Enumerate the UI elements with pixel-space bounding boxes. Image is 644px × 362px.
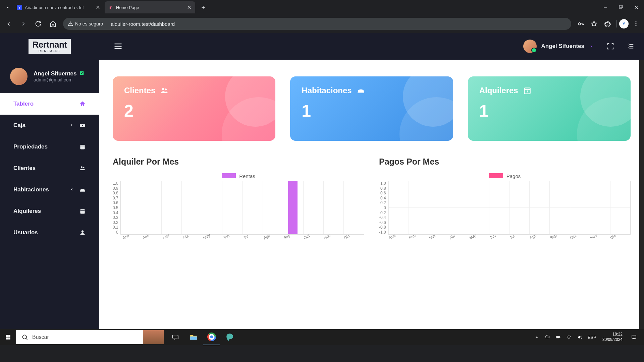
svg-point-11	[83, 167, 84, 168]
warning-icon	[68, 21, 73, 26]
nav: Tablero Caja Propiedades Clientes Habita…	[0, 93, 99, 243]
legend-label: Rentas	[239, 173, 255, 179]
main-content: Clientes 2 Habitaciones 1 Alquileres 1	[99, 33, 644, 329]
browser-chrome: Y Añadir una nueva entrada ‹ Inf ◧ Home …	[0, 0, 644, 33]
legend-label: Pagos	[506, 173, 521, 179]
taskbar-search[interactable]: Buscar	[16, 330, 143, 344]
wifi-icon[interactable]	[564, 329, 574, 345]
calendar-icon	[79, 143, 86, 150]
menu-button[interactable]	[630, 18, 642, 30]
card-habitaciones[interactable]: Habitaciones 1	[290, 76, 453, 141]
datetime[interactable]: 18:22 30/09/2024	[599, 332, 626, 342]
language-indicator[interactable]: ESP	[585, 329, 599, 345]
home-button[interactable]	[46, 17, 60, 31]
security-label: No es seguro	[75, 21, 103, 26]
sidebar-item-usuarios[interactable]: Usuarios	[0, 222, 99, 243]
hamburger-menu-button[interactable]	[111, 40, 125, 53]
stat-cards: Clientes 2 Habitaciones 1 Alquileres 1	[113, 76, 631, 141]
svg-rect-25	[556, 337, 559, 338]
logo[interactable]: Rertnant RENTMENT	[0, 39, 99, 54]
search-placeholder: Buscar	[32, 334, 49, 340]
y-tick-label: -0.4	[379, 215, 386, 220]
bookmark-icon[interactable]	[588, 18, 600, 30]
chart-legend: Pagos	[379, 173, 631, 179]
sidebar-item-label: Usuarios	[13, 229, 74, 236]
svg-rect-9	[80, 145, 85, 149]
forward-button[interactable]	[17, 17, 30, 31]
y-tick-label: -1.0	[379, 230, 386, 235]
address-bar: No es seguro alquiler-room.test/dashboar…	[0, 15, 644, 33]
plot-area	[388, 181, 631, 235]
fullscreen-button[interactable]	[604, 40, 617, 53]
favicon-icon: Y	[17, 5, 22, 10]
list-settings-button[interactable]	[624, 40, 637, 53]
url-text: alquiler-room.test/dashboard	[111, 21, 567, 27]
close-icon[interactable]	[95, 5, 101, 10]
card-alquileres[interactable]: Alquileres 1	[468, 76, 631, 141]
user-profile[interactable]: Angel Sifuentes admin@gmail.com	[0, 60, 99, 93]
card-title: Alquileres	[479, 86, 518, 95]
close-icon[interactable]	[186, 5, 192, 10]
time: 18:22	[612, 332, 623, 337]
start-button[interactable]	[0, 329, 16, 345]
notifications-button[interactable]	[626, 334, 642, 340]
app-button[interactable]	[221, 329, 238, 345]
sidebar-item-label: Alquileres	[13, 208, 74, 215]
svg-rect-27	[632, 335, 636, 339]
url-bar[interactable]: No es seguro alquiler-room.test/dashboar…	[63, 18, 571, 30]
file-explorer-button[interactable]	[185, 329, 202, 345]
y-tick-label: -0.2	[379, 210, 386, 215]
user-name: Angel Sifuentes	[34, 70, 76, 77]
tray-expand-button[interactable]	[531, 329, 542, 345]
y-tick-label: 0	[379, 205, 386, 210]
profile-avatar[interactable]: Y	[619, 19, 629, 28]
y-tick-label: 0.8	[113, 191, 118, 195]
battery-icon[interactable]	[553, 329, 564, 345]
sidebar-item-propiedades[interactable]: Propiedades	[0, 136, 99, 158]
close-window-button[interactable]	[629, 0, 644, 15]
back-button[interactable]	[2, 17, 15, 31]
y-tick-label: 0.2	[379, 200, 386, 205]
user-name: Angel Sifuentes	[541, 43, 584, 50]
user-menu[interactable]: Angel Sifuentes	[523, 40, 604, 53]
svg-point-17	[22, 335, 26, 339]
search-highlight-icon[interactable]	[143, 330, 164, 344]
tab-active[interactable]: ◧ Home Page	[105, 1, 195, 13]
system-tray: ESP 18:22 30/09/2024	[531, 329, 644, 345]
sidebar-item-caja[interactable]: Caja	[0, 115, 99, 136]
card-clientes[interactable]: Clientes 2	[113, 76, 275, 141]
tab-inactive[interactable]: Y Añadir una nueva entrada ‹ Inf	[13, 1, 104, 13]
password-icon[interactable]	[575, 18, 587, 30]
plot-area	[120, 181, 364, 235]
x-axis: EneFebMarAbrMayJunJulAgoSepOctNovDic	[379, 236, 631, 241]
volume-icon[interactable]	[574, 329, 585, 345]
new-tab-button[interactable]	[199, 3, 208, 12]
card-value: 2	[124, 101, 264, 121]
svg-point-10	[81, 166, 83, 168]
y-tick-label: 0.3	[113, 215, 118, 220]
y-tick-label: 0.9	[113, 186, 118, 191]
y-tick-label: -0.6	[379, 220, 386, 225]
sidebar-item-label: Habitaciones	[13, 186, 64, 193]
minimize-button[interactable]	[598, 0, 613, 15]
onedrive-icon[interactable]	[542, 329, 553, 345]
sidebar-item-alquileres[interactable]: Alquileres	[0, 200, 99, 222]
sidebar-item-habitaciones[interactable]: Habitaciones	[0, 179, 99, 200]
sidebar-item-label: Clientes	[13, 165, 74, 172]
task-view-button[interactable]	[167, 329, 184, 345]
sidebar-item-clientes[interactable]: Clientes	[0, 158, 99, 179]
sidebar-item-tablero[interactable]: Tablero	[0, 93, 99, 115]
reload-button[interactable]	[32, 17, 45, 31]
separator	[616, 20, 616, 27]
extensions-icon[interactable]	[601, 18, 613, 30]
svg-rect-6	[80, 71, 84, 75]
maximize-button[interactable]	[613, 0, 629, 15]
tab-search-button[interactable]	[3, 2, 13, 12]
tab-bar: Y Añadir una nueva entrada ‹ Inf ◧ Home …	[0, 0, 644, 15]
sidebar-item-label: Caja	[13, 122, 64, 129]
card-value: 1	[479, 101, 619, 121]
svg-point-14	[162, 88, 165, 90]
security-badge[interactable]: No es seguro	[68, 21, 107, 26]
y-tick-label: 0.2	[113, 220, 118, 225]
chrome-button[interactable]	[203, 329, 220, 345]
